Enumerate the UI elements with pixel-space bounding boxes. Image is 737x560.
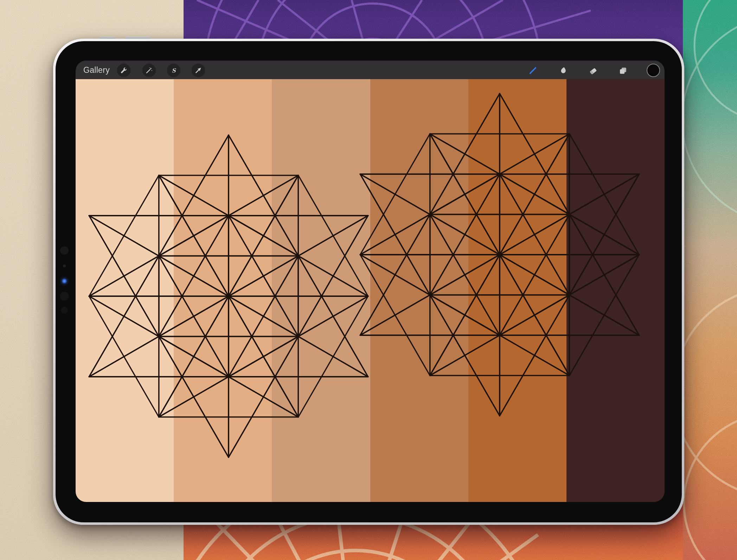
- camera-lens-icon: [60, 292, 69, 301]
- tetrahedron-grid-figure: [360, 94, 639, 416]
- ipad-body: Gallery S: [53, 39, 684, 525]
- artwork-pattern-svg: [76, 61, 665, 483]
- backdrop-teal-orange-panel: [683, 0, 737, 560]
- camera-sensor-dot: [61, 307, 68, 314]
- tetrahedron-grid-figure: [89, 135, 368, 457]
- camera-sensor-dot: [63, 265, 66, 267]
- camera-lens-icon: [60, 246, 69, 255]
- camera-indicator-light: [62, 279, 67, 284]
- photo-of-ipad-running-procreate: { "app": { "name_hint": "Procreate paint…: [0, 0, 737, 560]
- procreate-screen: Gallery S: [76, 61, 665, 502]
